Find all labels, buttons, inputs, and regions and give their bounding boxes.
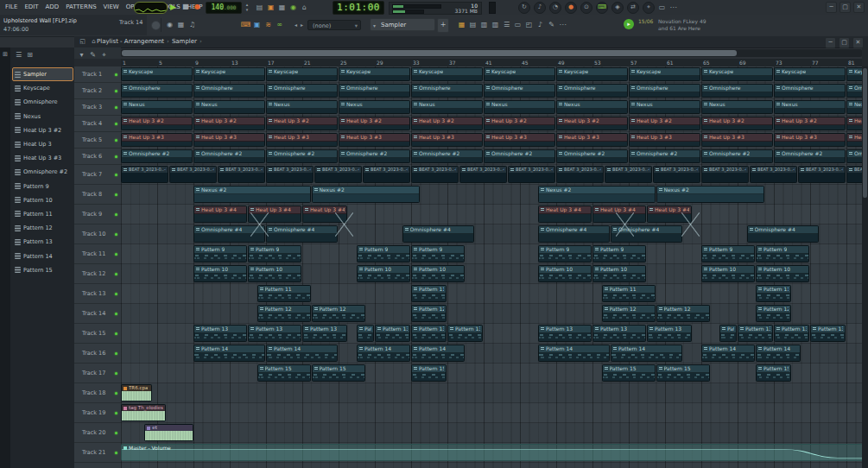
clip-omnisphere-2[interactable]: Omnisphere #2: [266, 149, 338, 163]
clip-nexus-2[interactable]: Nexus #2: [656, 186, 764, 203]
clip-master-volume[interactable]: Master - Volume: [121, 444, 862, 461]
clip-pattern-13[interactable]: Pattern 13: [538, 325, 592, 342]
pattern-item-4[interactable]: Nexus: [12, 110, 73, 123]
loop-record-icon[interactable]: ▣: [265, 2, 276, 13]
more-tools-icon[interactable]: ⋯: [557, 19, 568, 30]
typing-keyboard-icon[interactable]: ⌨: [596, 2, 608, 14]
playlist-grid[interactable]: KeyscapeKeyscapeKeyscapeKeyscapeKeyscape…: [121, 66, 862, 468]
clip-pattern-9[interactable]: Pattern 9: [357, 245, 410, 262]
clip-pattern-13[interactable]: Pattern 13: [193, 325, 247, 342]
news-play-icon[interactable]: ▸: [624, 19, 634, 29]
mixer-icon[interactable]: ▥: [490, 19, 501, 30]
track-mute-led[interactable]: [115, 412, 117, 414]
pattern-item-8[interactable]: Omnisphere #2: [12, 165, 73, 179]
oscilloscope-display[interactable]: [134, 2, 168, 14]
clip-omnisphere-2[interactable]: Omnisphere #2: [846, 149, 862, 163]
monitor-icon[interactable]: ◉: [164, 19, 175, 30]
track-header-7[interactable]: Track 7: [74, 165, 121, 185]
track-header-19[interactable]: Track 19: [74, 403, 121, 423]
news-headline-line2[interactable]: and 61 Are Here: [658, 25, 700, 31]
track-header-3[interactable]: Track 3: [74, 99, 121, 116]
clip-nexus[interactable]: Nexus: [339, 100, 410, 114]
pattern-item-13[interactable]: Pattern 13: [12, 235, 73, 249]
clip-pattern-13[interactable]: Pattern 13: [411, 325, 447, 342]
clip-heat-up-3-3[interactable]: Heat Up 3 #3: [266, 133, 338, 147]
tools-menu-icon[interactable]: ▭: [656, 2, 668, 13]
clip-beat-3-2023-0-00-37-master[interactable]: BEAT 3_2023-0..-00-37_Master: [121, 166, 168, 183]
note-properties-icon[interactable]: ▣: [251, 19, 263, 30]
clip-nexus[interactable]: Nexus: [266, 100, 338, 114]
track-mute-led[interactable]: [115, 73, 117, 76]
channel-selector[interactable]: ▾Sampler: [370, 18, 435, 31]
track-mute-led[interactable]: [115, 273, 117, 275]
clip-omnisphere-2[interactable]: Omnisphere #2: [121, 149, 193, 163]
clip-tr6-cpa[interactable]: TR6.cpa: [121, 384, 152, 402]
track-mute-led[interactable]: [115, 233, 117, 236]
clip-pattern-11[interactable]: Pattern 11: [257, 285, 311, 302]
vertical-scrollbar[interactable]: [862, 66, 868, 468]
clip-nexus[interactable]: Nexus: [121, 100, 193, 114]
clip-beat-3-2023-0-00-37-master[interactable]: BEAT 3_2023-0..-00-37_Master: [750, 166, 797, 183]
clip-pattern-15[interactable]: Pattern 15: [602, 364, 656, 382]
track-mute-led[interactable]: [115, 155, 117, 158]
clip-heat-up-3-3[interactable]: Heat Up 3 #3: [411, 133, 483, 147]
clip-nexus[interactable]: Nexus: [701, 100, 773, 114]
clip-nexus[interactable]: Nexus: [846, 100, 862, 114]
track-mute-led[interactable]: [115, 313, 117, 315]
clip-heat-up-3-3[interactable]: Heat Up 3 #3: [556, 133, 628, 147]
clip-pattern-10[interactable]: Pattern 10: [756, 265, 809, 282]
clip-beat-3-2023-0-00-37-master[interactable]: BEAT 3_2023-0..-00-37_Master: [314, 166, 362, 183]
clip-pattern-10[interactable]: Pattern 10: [193, 265, 247, 282]
clip-heat-up-3-3[interactable]: Heat Up 3 #3: [701, 133, 773, 147]
track-header-21[interactable]: Track 21: [74, 443, 121, 463]
pattern-item-12[interactable]: Pattern 12: [12, 221, 73, 235]
menu-file[interactable]: FILE: [2, 0, 21, 14]
clip-pattern-9[interactable]: Pattern 9: [592, 245, 646, 262]
menu-patterns[interactable]: PATTERNS: [62, 0, 99, 14]
track-mute-led[interactable]: [115, 392, 117, 395]
clip-nexus-2[interactable]: Nexus #2: [312, 186, 420, 203]
clip-heat-up-3-3[interactable]: Heat Up 3 #3: [339, 133, 410, 147]
clip-omnisphere[interactable]: Omnisphere: [266, 84, 338, 98]
clip-nexus[interactable]: Nexus: [556, 100, 628, 114]
track-header-13[interactable]: Track 13: [74, 284, 121, 304]
hint-knob[interactable]: [151, 21, 161, 30]
clip-keyscape[interactable]: Keyscape: [846, 67, 862, 81]
clip-heat-up-3-2[interactable]: Heat Up 3 #2: [484, 117, 555, 130]
step-edit-icon[interactable]: ⊙: [580, 2, 592, 14]
clip-omnisphere-2[interactable]: Omnisphere #2: [411, 149, 483, 163]
menu-edit[interactable]: EDIT: [21, 0, 41, 14]
clip-keyscape[interactable]: Keyscape: [484, 67, 555, 81]
plugin-picker-icon[interactable]: ▭: [512, 19, 523, 30]
clip-pattern-13[interactable]: Pattern 13: [647, 325, 692, 342]
clip-omnisphere-4[interactable]: Omnisphere #4: [538, 225, 610, 243]
close-button[interactable]: ✕: [853, 2, 865, 13]
clip-nexus-2[interactable]: Nexus #2: [538, 186, 656, 203]
clip-heat-up-3-3[interactable]: Heat Up 3 #3: [629, 133, 700, 147]
clip-beat-3-2023-0-00-37-master[interactable]: BEAT 3_2023-0..-00-37_Master: [169, 166, 217, 183]
clip-omnisphere[interactable]: Omnisphere: [193, 84, 265, 98]
track-mute-led[interactable]: [115, 452, 117, 454]
track-header-16[interactable]: Track 16: [74, 344, 121, 364]
multilink-icon[interactable]: ◈: [611, 2, 624, 14]
pattern-item-1[interactable]: Sampler: [12, 67, 73, 81]
horizontal-scrollbar[interactable]: [121, 49, 862, 57]
clip-heat-up-3-2[interactable]: Heat Up 3 #2: [774, 117, 846, 130]
clip-heat-up-3-2[interactable]: Heat Up 3 #2: [846, 117, 862, 130]
track-mute-led[interactable]: [115, 432, 117, 434]
pattern-item-14[interactable]: Pattern 14: [12, 249, 73, 262]
clip-pattern-13[interactable]: Pattern 13: [719, 325, 737, 342]
clip-pattern-9[interactable]: Pattern 9: [193, 245, 247, 262]
track-header-1[interactable]: Track 1: [74, 66, 121, 83]
clip-omnisphere-4[interactable]: Omnisphere #4: [402, 225, 474, 243]
clip-omnisphere-4[interactable]: Omnisphere #4: [266, 225, 338, 243]
clip-pattern-14[interactable]: Pattern 14: [611, 345, 682, 362]
precount-icon[interactable]: ◔: [549, 2, 561, 14]
audio-settings-icon[interactable]: ♫: [187, 19, 198, 30]
play-button[interactable]: ▶: [170, 2, 176, 12]
pattern-item-15[interactable]: Pattern 15: [12, 263, 73, 277]
track-header-14[interactable]: Track 14: [74, 304, 121, 324]
pattern-item-10[interactable]: Pattern 10: [12, 193, 73, 207]
clip-heat-up-3-3[interactable]: Heat Up 3 #3: [484, 133, 555, 147]
tempo-display[interactable]: 140.000: [206, 2, 242, 14]
